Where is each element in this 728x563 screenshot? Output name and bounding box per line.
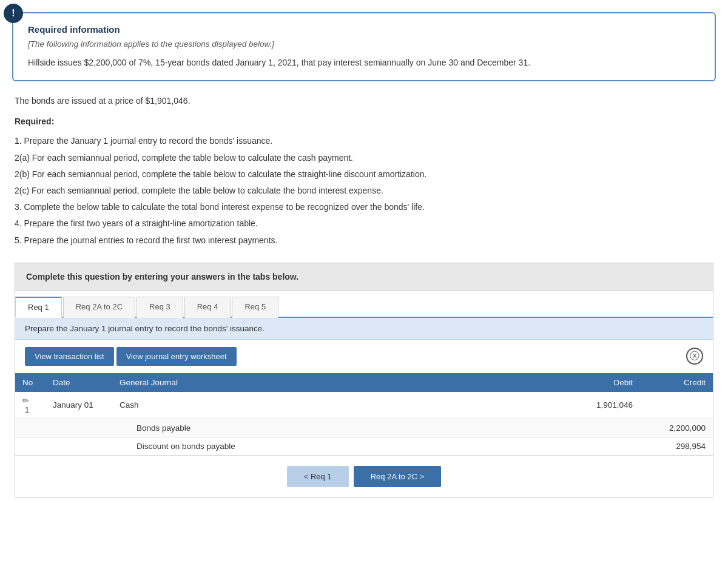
requirements-list: 1. Prepare the January 1 journal entry t… (15, 133, 713, 248)
tab-content-header: Prepare the January 1 journal entry to r… (15, 318, 713, 340)
col-header-general-journal: General Journal (112, 373, 567, 392)
col-header-date: Date (46, 373, 112, 392)
row3-credit: 298,954 (640, 437, 713, 455)
row1-debit: 1,901,046 (567, 392, 640, 419)
tab-req2a-2c[interactable]: Req 2A to 2C (63, 297, 135, 318)
col-header-no: No (15, 373, 46, 392)
row2-credit: 2,200,000 (640, 419, 713, 437)
row2-debit (567, 419, 640, 437)
row3-journal: Discount on bonds payable (112, 437, 567, 455)
tab-req3[interactable]: Req 3 (136, 297, 183, 318)
row1-journal: Cash (112, 392, 567, 419)
required-heading: Required: (15, 116, 713, 126)
req-4: 4. Prepare the first two years of a stra… (15, 216, 713, 231)
close-button[interactable]: ⓧ (686, 348, 703, 365)
req-2b: 2(b) For each semiannual period, complet… (15, 167, 713, 182)
req-1: 1. Prepare the January 1 journal entry t… (15, 133, 713, 149)
tab-req1[interactable]: Req 1 (15, 297, 62, 318)
info-box-subtitle: [The following information applies to th… (28, 39, 700, 49)
req-2c: 2(c) For each semiannual period, complet… (15, 183, 713, 198)
price-text: The bonds are issued at a price of $1,90… (15, 96, 713, 106)
tab-req4[interactable]: Req 4 (184, 297, 231, 318)
table-row: Discount on bonds payable 298,954 (15, 437, 713, 455)
question-section: Complete this question by entering your … (15, 263, 713, 497)
info-icon: ! (4, 4, 23, 23)
tabs-container: Req 1 Req 2A to 2C Req 3 Req 4 Req 5 (15, 291, 713, 318)
action-buttons: View transaction list View journal entry… (15, 340, 713, 373)
col-header-debit: Debit (567, 373, 640, 392)
main-content: The bonds are issued at a price of $1,90… (12, 96, 716, 497)
view-transaction-button[interactable]: View transaction list (25, 347, 114, 366)
nav-buttons: < Req 1 Req 2A to 2C > (15, 456, 713, 497)
info-box: ! Required information [The following in… (12, 12, 716, 81)
row1-date: January 01 (46, 392, 112, 419)
prev-button[interactable]: < Req 1 (287, 466, 349, 487)
table-row: Bonds payable 2,200,000 (15, 419, 713, 437)
info-box-body: Hillside issues $2,200,000 of 7%, 15-yea… (28, 56, 700, 69)
row3-date (46, 437, 112, 455)
row1-credit (640, 392, 713, 419)
view-worksheet-button[interactable]: View journal entry worksheet (116, 347, 237, 366)
row1-no: 1 (25, 405, 30, 414)
req-3: 3. Complete the below table to calculate… (15, 200, 713, 215)
edit-icon[interactable]: ✏ (22, 396, 29, 405)
req-2a: 2(a) For each semiannual period, complet… (15, 150, 713, 166)
row3-debit (567, 437, 640, 455)
row3-no (15, 437, 46, 455)
tab-req5[interactable]: Req 5 (232, 297, 278, 318)
journal-table: No Date General Journal Debit Credit ✏ 1… (15, 373, 713, 456)
edit-cell[interactable]: ✏ 1 (15, 392, 46, 419)
row2-date (46, 419, 112, 437)
table-row: ✏ 1 January 01 Cash 1,901,046 (15, 392, 713, 419)
row2-no (15, 419, 46, 437)
col-header-credit: Credit (640, 373, 713, 392)
next-button[interactable]: Req 2A to 2C > (354, 466, 442, 487)
close-icon: ⓧ (690, 350, 699, 363)
row2-journal: Bonds payable (112, 419, 567, 437)
info-box-title: Required information (28, 24, 700, 35)
req-5: 5. Prepare the journal entries to record… (15, 233, 713, 248)
question-header: Complete this question by entering your … (15, 263, 713, 291)
